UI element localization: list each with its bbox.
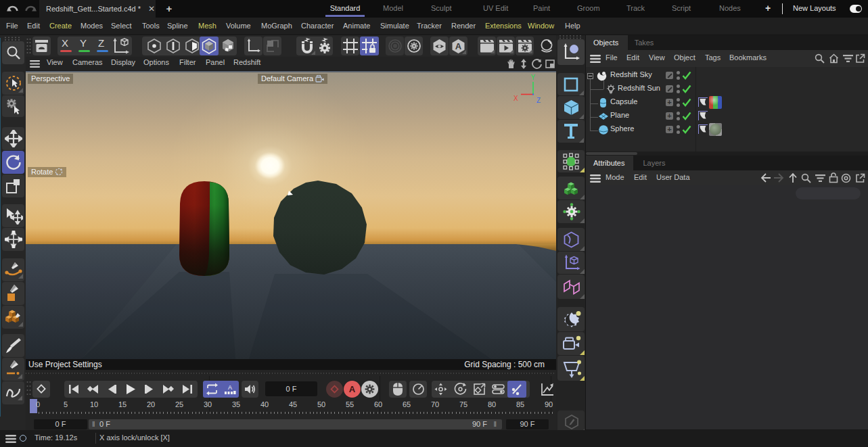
svg-text:Z: Z [536, 97, 541, 104]
svg-text:X: X [513, 95, 518, 102]
svg-text:Y: Y [531, 74, 536, 81]
svg-text:A: A [228, 384, 232, 391]
svg-text:A: A [455, 41, 462, 51]
